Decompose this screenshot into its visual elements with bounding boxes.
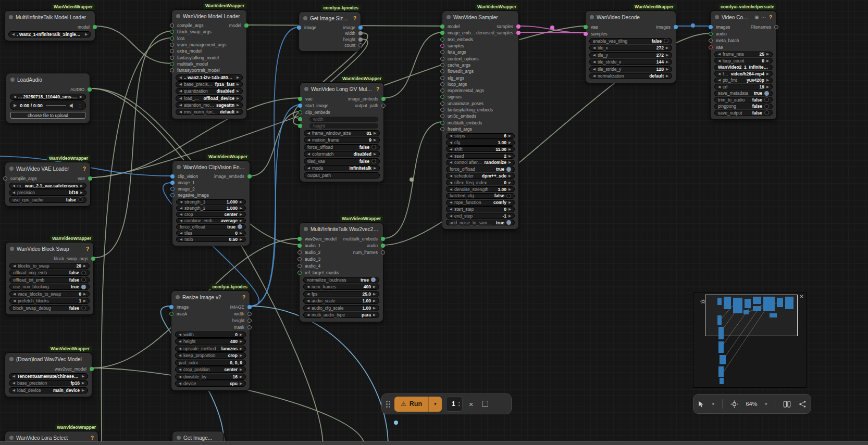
toggle-knob[interactable] bbox=[371, 145, 376, 149]
toggle-knob[interactable] bbox=[238, 224, 242, 229]
combo-right-arrow-icon[interactable]: ▶ bbox=[80, 95, 82, 99]
combo-left-arrow-icon[interactable]: ◀ bbox=[179, 82, 182, 86]
combo-right-arrow-icon[interactable]: ▶ bbox=[240, 219, 242, 223]
widget-crop-position[interactable]: ◀crop_positioncenter▶ bbox=[175, 366, 246, 373]
combo-left-arrow-icon[interactable]: ◀ bbox=[307, 152, 310, 156]
widget-output-path[interactable]: output_path bbox=[304, 172, 380, 179]
cache-args-input-port[interactable] bbox=[440, 63, 444, 67]
combo-left-arrow-icon[interactable]: ◀ bbox=[450, 187, 452, 192]
widget-normalize-loudness[interactable]: normalize_loudnesstrue bbox=[303, 277, 379, 283]
clip-vision-input-port[interactable] bbox=[170, 174, 175, 179]
node-header[interactable]: Video Combine▣ ⋯? bbox=[711, 11, 776, 23]
audio-2-input-port[interactable] bbox=[297, 250, 302, 255]
pointer-tool-dropdown-icon[interactable]: ▾ bbox=[712, 402, 714, 406]
collapse-dot[interactable] bbox=[304, 227, 308, 231]
node-header[interactable]: WanVideo Sampler bbox=[442, 11, 518, 23]
widget-format[interactable]: ◀formatvideo/h264-mp4▶ bbox=[714, 71, 773, 77]
combo-left-arrow-icon[interactable]: ◀ bbox=[718, 72, 721, 76]
collapse-dot[interactable] bbox=[303, 16, 307, 20]
widget-num-frames[interactable]: ◀num_frames400▶ bbox=[303, 284, 379, 290]
toggle-knob[interactable] bbox=[81, 277, 86, 282]
combo-right-arrow-icon[interactable]: ▶ bbox=[509, 181, 511, 185]
widget-add-noise-to-samples[interactable]: add_noise_to_samplestrue bbox=[446, 220, 515, 225]
help-icon[interactable]: ? bbox=[769, 15, 772, 20]
compile-args-input-port[interactable] bbox=[170, 23, 174, 28]
combo-right-arrow-icon[interactable]: ▶ bbox=[240, 206, 242, 210]
widget-crf[interactable]: ◀crf19▶ bbox=[714, 84, 773, 90]
combo-left-arrow-icon[interactable]: ◀ bbox=[450, 174, 452, 178]
combo-right-arrow-icon[interactable]: ▶ bbox=[240, 367, 242, 372]
node-wanvideo-decode[interactable]: WanVideoWrapperWanVideo Decodevaeimagess… bbox=[585, 10, 676, 83]
wav2vec-model-output-port[interactable] bbox=[90, 367, 94, 371]
combo-right-arrow-icon[interactable]: ▶ bbox=[82, 374, 84, 378]
widget-crop[interactable]: ◀cropcenter▶ bbox=[176, 212, 246, 218]
widget-wanvideo2-1-infinitetalk[interactable]: WanVideo2_1_InfiniteTalk bbox=[714, 65, 773, 70]
fantasyportrait-model-input-port[interactable] bbox=[170, 68, 174, 72]
zoom-level[interactable]: 64% bbox=[746, 401, 757, 407]
node-multi-infinitetalk-model-loader[interactable]: WanVideoWrapperMulti/InfiniteTalk Model … bbox=[4, 10, 95, 41]
widget-force-offload[interactable]: force_offloadfalse bbox=[304, 144, 380, 150]
combo-right-arrow-icon[interactable]: ▶ bbox=[374, 152, 376, 156]
widget-base-precision[interactable]: ◀base_precisionfp16_fast▶ bbox=[176, 81, 243, 87]
multitalk-model-input-port[interactable] bbox=[170, 62, 174, 66]
toggle-knob[interactable] bbox=[506, 220, 511, 225]
unianimate-poses-input-port[interactable] bbox=[440, 101, 444, 106]
combo-right-arrow-icon[interactable]: ▶ bbox=[85, 32, 88, 36]
widget-start-step[interactable]: ◀start_step0▶ bbox=[446, 206, 515, 212]
combo-left-arrow-icon[interactable]: ◀ bbox=[307, 292, 309, 296]
combo-left-arrow-icon[interactable]: ◀ bbox=[450, 181, 452, 185]
minimap[interactable]: × bbox=[693, 292, 807, 388]
combo-right-arrow-icon[interactable]: ▶ bbox=[82, 388, 84, 392]
output-path-output-port[interactable] bbox=[381, 104, 386, 108]
combo-right-arrow-icon[interactable]: ▶ bbox=[237, 89, 239, 93]
help-icon[interactable]: ? bbox=[91, 435, 94, 441]
widget-batched-cfg[interactable]: batched_cfgfalse bbox=[446, 193, 515, 199]
node-graph-canvas[interactable]: WanVideoWrapperMulti/InfiniteTalk Model … bbox=[0, 0, 868, 445]
widget-save-output[interactable]: save_outputfalse bbox=[714, 110, 773, 116]
combo-right-arrow-icon[interactable]: ▶ bbox=[240, 237, 242, 241]
widget-frame-window-size[interactable]: ◀frame_window_size81▶ bbox=[304, 130, 380, 136]
combo-right-arrow-icon[interactable]: ▶ bbox=[374, 138, 376, 142]
widget-multi-audio-type[interactable]: ◀multi_audio_typepara▶ bbox=[303, 312, 379, 318]
combo-right-arrow-icon[interactable]: ▶ bbox=[509, 141, 511, 145]
width-output-port[interactable] bbox=[247, 312, 252, 316]
start-image-input-port[interactable] bbox=[298, 104, 302, 108]
node-down-load-wav2vec-model[interactable]: WanVideoWrapper(Down)load Wav2Vec Modelw… bbox=[5, 352, 92, 397]
widget-20250718-110449-sms-gw-wav[interactable]: ◀... 20250718_110449_sms-gw.wav▶ bbox=[10, 94, 86, 100]
audio-1-input-port[interactable] bbox=[297, 244, 302, 248]
freeinit-args-input-port[interactable] bbox=[440, 127, 444, 131]
node-multi-infinitetalk-wav2vec2-embeds[interactable]: WanVideoWrapperMulti/InfiniteTalk Wav2ve… bbox=[299, 222, 383, 322]
widget-pingpong[interactable]: pingpongfalse bbox=[714, 104, 773, 109]
combo-right-arrow-icon[interactable]: ▶ bbox=[240, 333, 242, 337]
text-embeds-input-port[interactable] bbox=[440, 37, 444, 42]
drag-handle-icon[interactable] bbox=[386, 401, 390, 408]
context-options-input-port[interactable] bbox=[440, 57, 444, 61]
toggle-knob[interactable] bbox=[81, 271, 86, 275]
image-embeds-input-port[interactable] bbox=[440, 31, 444, 35]
combo-left-arrow-icon[interactable]: ◀ bbox=[307, 131, 310, 135]
sigmas-input-port[interactable] bbox=[440, 95, 444, 99]
combo-right-arrow-icon[interactable]: ▶ bbox=[237, 96, 239, 100]
toggle-knob[interactable] bbox=[506, 167, 511, 172]
help-icon[interactable]: ? bbox=[353, 16, 356, 21]
combo-right-arrow-icon[interactable]: ▶ bbox=[240, 353, 242, 358]
combo-left-arrow-icon[interactable]: ◀ bbox=[450, 147, 452, 151]
ref-target-masks-input-port[interactable] bbox=[297, 271, 302, 275]
samples-output-port[interactable] bbox=[516, 24, 520, 29]
combo-right-arrow-icon[interactable]: ▶ bbox=[240, 382, 242, 386]
collapse-dot[interactable] bbox=[177, 165, 181, 169]
compile-args-input-port[interactable] bbox=[3, 176, 7, 181]
node-wanvideo-sampler[interactable]: WanVideoWrapperWanVideo Samplermodelsamp… bbox=[442, 10, 519, 230]
toggle-knob[interactable] bbox=[81, 285, 86, 289]
pointer-tool-icon[interactable] bbox=[698, 400, 704, 408]
toggle-knob[interactable] bbox=[764, 97, 769, 102]
widget-denoise-strength[interactable]: ◀denoise_strength1.00▶ bbox=[446, 186, 515, 192]
minimap-settings-icon[interactable] bbox=[700, 299, 706, 304]
node-header[interactable]: WanVideo Block Swap? bbox=[6, 243, 93, 255]
combo-left-arrow-icon[interactable]: ◀ bbox=[718, 85, 721, 89]
widget-normalization[interactable]: ◀normalizationdefault▶ bbox=[589, 73, 672, 79]
combo-left-arrow-icon[interactable]: ◀ bbox=[450, 141, 452, 145]
combo-left-arrow-icon[interactable]: ◀ bbox=[179, 367, 181, 372]
combo-left-arrow-icon[interactable]: ◀ bbox=[179, 339, 181, 344]
node-header[interactable]: Multi/InfiniteTalk Model Loader bbox=[5, 11, 95, 23]
